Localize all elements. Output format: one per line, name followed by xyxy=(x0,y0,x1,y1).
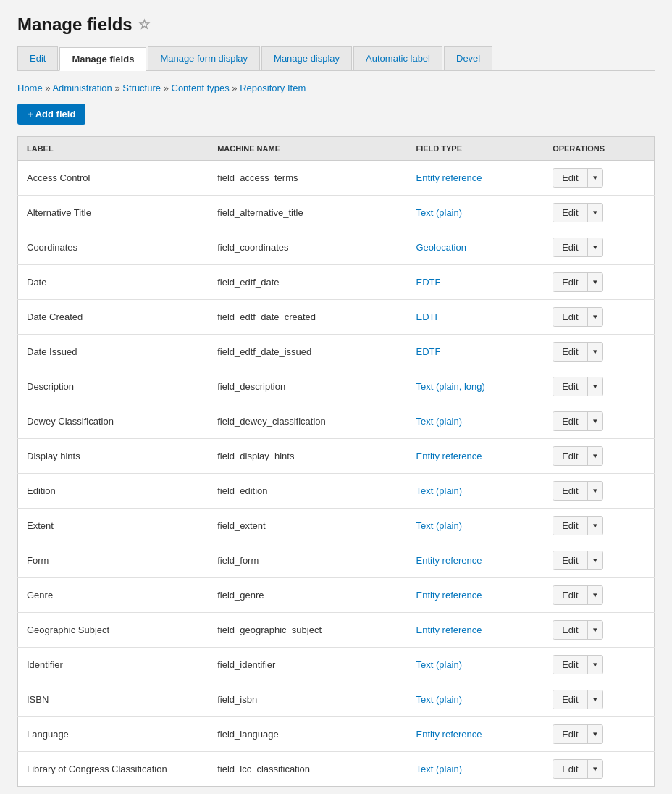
edit-button[interactable]: Edit xyxy=(553,412,587,430)
edit-button[interactable]: Edit xyxy=(553,551,587,569)
edit-dropdown-button[interactable]: ▾ xyxy=(587,656,602,674)
field-type-link[interactable]: EDTF xyxy=(416,277,440,288)
field-label: Extent xyxy=(18,509,209,543)
edit-button[interactable]: Edit xyxy=(553,517,587,535)
tab-manage-display[interactable]: Manage display xyxy=(261,46,352,70)
table-header: LABELMACHINE NAMEFIELD TYPEOPERATIONS xyxy=(18,137,655,161)
breadcrumb-separator: » xyxy=(230,83,240,93)
edit-button[interactable]: Edit xyxy=(553,204,587,222)
field-machine-name: field_isbn xyxy=(209,682,407,717)
field-type-link[interactable]: Text (plain) xyxy=(416,520,462,531)
edit-dropdown-button[interactable]: ▾ xyxy=(587,204,602,222)
edit-btn-group: Edit▾ xyxy=(553,759,602,779)
breadcrumb-separator: » xyxy=(43,83,53,93)
edit-dropdown-button[interactable]: ▾ xyxy=(587,343,602,361)
edit-button[interactable]: Edit xyxy=(553,482,587,500)
table-row: Date Issuedfield_edtf_date_issuedEDTFEdi… xyxy=(18,335,655,369)
table-row: Genrefield_genreEntity referenceEdit▾ xyxy=(18,578,655,613)
breadcrumb: Home » Administration » Structure » Cont… xyxy=(17,83,655,93)
edit-dropdown-button[interactable]: ▾ xyxy=(587,621,602,639)
field-type-link[interactable]: Entity reference xyxy=(416,729,482,740)
col-header-operations: OPERATIONS xyxy=(544,137,654,161)
field-type-link[interactable]: Text (plain) xyxy=(416,659,462,670)
table-row: Date Createdfield_edtf_date_createdEDTFE… xyxy=(18,300,655,335)
star-icon[interactable]: ☆ xyxy=(138,17,150,33)
edit-btn-group: Edit▾ xyxy=(553,168,602,188)
edit-dropdown-button[interactable]: ▾ xyxy=(587,586,602,604)
edit-dropdown-button[interactable]: ▾ xyxy=(587,238,602,256)
field-type-link[interactable]: Text (plain) xyxy=(416,207,462,218)
breadcrumb-link-0[interactable]: Home xyxy=(17,83,43,93)
fields-table: LABELMACHINE NAMEFIELD TYPEOPERATIONS Ac… xyxy=(17,136,655,787)
col-header-machine_name: MACHINE NAME xyxy=(209,137,407,161)
edit-btn-group: Edit▾ xyxy=(553,411,602,431)
edit-button[interactable]: Edit xyxy=(553,725,587,743)
field-type-link[interactable]: Text (plain, long) xyxy=(416,381,484,392)
edit-btn-group: Edit▾ xyxy=(553,481,602,501)
field-machine-name: field_edtf_date_issued xyxy=(209,335,407,369)
field-type-link[interactable]: Entity reference xyxy=(416,451,482,461)
edit-button[interactable]: Edit xyxy=(553,169,587,187)
edit-dropdown-button[interactable]: ▾ xyxy=(587,690,602,709)
field-type-link[interactable]: Entity reference xyxy=(416,555,482,566)
edit-button[interactable]: Edit xyxy=(553,447,587,465)
edit-button[interactable]: Edit xyxy=(553,760,587,778)
tab-devel[interactable]: Devel xyxy=(444,46,492,70)
edit-dropdown-button[interactable]: ▾ xyxy=(587,760,602,778)
edit-btn-group: Edit▾ xyxy=(553,551,602,570)
edit-dropdown-button[interactable]: ▾ xyxy=(587,169,602,187)
edit-btn-group: Edit▾ xyxy=(553,238,602,257)
edit-button[interactable]: Edit xyxy=(553,586,587,604)
edit-dropdown-button[interactable]: ▾ xyxy=(587,447,602,465)
breadcrumb-link-4[interactable]: Repository Item xyxy=(240,83,306,93)
tab-edit[interactable]: Edit xyxy=(17,46,58,70)
field-type-link[interactable]: Entity reference xyxy=(416,172,482,183)
field-label: Edition xyxy=(18,474,209,509)
edit-dropdown-button[interactable]: ▾ xyxy=(587,517,602,535)
field-machine-name: field_lcc_classification xyxy=(209,752,407,787)
edit-button[interactable]: Edit xyxy=(553,377,587,396)
tab-manage-fields[interactable]: Manage fields xyxy=(59,47,146,71)
field-machine-name: field_genre xyxy=(209,578,407,613)
col-header-field_type: FIELD TYPE xyxy=(407,137,544,161)
edit-dropdown-button[interactable]: ▾ xyxy=(587,273,602,291)
field-type-link[interactable]: Text (plain) xyxy=(416,485,462,496)
field-type-link[interactable]: EDTF xyxy=(416,346,440,357)
edit-button[interactable]: Edit xyxy=(553,690,587,709)
field-machine-name: field_dewey_classification xyxy=(209,404,407,439)
edit-dropdown-button[interactable]: ▾ xyxy=(587,551,602,569)
edit-button[interactable]: Edit xyxy=(553,308,587,326)
edit-button[interactable]: Edit xyxy=(553,656,587,674)
edit-dropdown-button[interactable]: ▾ xyxy=(587,725,602,743)
field-type-link[interactable]: Text (plain) xyxy=(416,764,462,774)
table-row: ISBNfield_isbnText (plain)Edit▾ xyxy=(18,682,655,717)
field-label: Display hints xyxy=(18,439,209,474)
edit-btn-group: Edit▾ xyxy=(553,307,602,327)
field-type-link[interactable]: Geolocation xyxy=(416,242,466,253)
field-type-link[interactable]: Text (plain) xyxy=(416,694,462,705)
field-type-link[interactable]: Entity reference xyxy=(416,624,482,635)
field-label: Alternative Title xyxy=(18,196,209,230)
field-type-link[interactable]: Text (plain) xyxy=(416,416,462,427)
edit-button[interactable]: Edit xyxy=(553,238,587,256)
edit-button[interactable]: Edit xyxy=(553,621,587,639)
tab-automatic-label[interactable]: Automatic label xyxy=(353,46,442,70)
field-type-link[interactable]: Entity reference xyxy=(416,590,482,601)
add-field-button[interactable]: + Add field xyxy=(17,104,85,125)
edit-btn-group: Edit▾ xyxy=(553,620,602,640)
breadcrumb-link-1[interactable]: Administration xyxy=(52,83,112,93)
breadcrumb-separator: » xyxy=(112,83,122,93)
breadcrumb-link-2[interactable]: Structure xyxy=(122,83,161,93)
table-body: Access Controlfield_access_termsEntity r… xyxy=(18,161,655,787)
edit-dropdown-button[interactable]: ▾ xyxy=(587,377,602,396)
edit-dropdown-button[interactable]: ▾ xyxy=(587,482,602,500)
breadcrumb-link-3[interactable]: Content types xyxy=(172,83,230,93)
field-label: Geographic Subject xyxy=(18,613,209,648)
edit-dropdown-button[interactable]: ▾ xyxy=(587,308,602,326)
edit-dropdown-button[interactable]: ▾ xyxy=(587,412,602,430)
tab-manage-form-display[interactable]: Manage form display xyxy=(148,46,260,70)
field-label: Genre xyxy=(18,578,209,613)
edit-button[interactable]: Edit xyxy=(553,343,587,361)
field-type-link[interactable]: EDTF xyxy=(416,312,440,322)
edit-button[interactable]: Edit xyxy=(553,273,587,291)
